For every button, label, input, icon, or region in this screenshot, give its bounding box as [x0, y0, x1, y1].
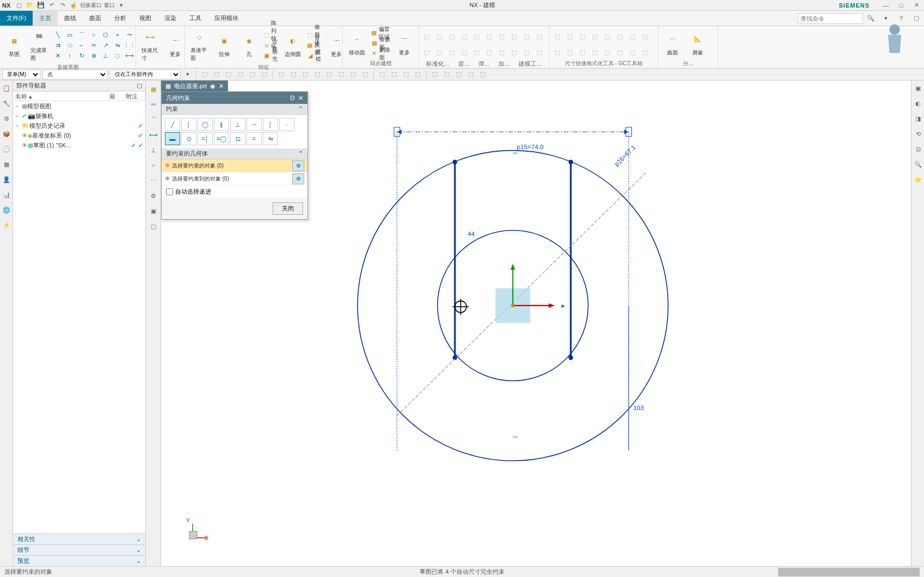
sel-icon-16[interactable]: ⬚ [389, 70, 399, 79]
gc-icon-11[interactable]: ⬚ [577, 48, 588, 57]
std-icon-13[interactable]: ⬚ [446, 48, 457, 57]
command-search-input[interactable] [798, 13, 863, 24]
tree-row[interactable]: −▦模型视图 [13, 101, 145, 111]
polygon-icon[interactable]: ⬡ [100, 30, 111, 39]
sel-icon-3[interactable]: ⬚ [224, 70, 233, 79]
intersect-icon[interactable]: ⊗ [88, 51, 99, 60]
circle-icon[interactable]: ○ [88, 30, 99, 39]
arc-icon[interactable]: ⌒ [76, 30, 87, 39]
dialog-section-geometry[interactable]: 要约束的几何体⌃ [162, 148, 307, 159]
std-icon-16[interactable]: ⬚ [484, 48, 495, 57]
gc-icon-1[interactable]: ⬚ [552, 32, 563, 41]
menu-view[interactable]: 视图 [133, 11, 158, 26]
ellipse-icon[interactable]: ⬭ [64, 41, 75, 49]
pattern-feature-icon[interactable]: ⬚ [262, 30, 270, 39]
sketch-more-tool-icon[interactable]: ⋯ [147, 174, 160, 187]
sel-icon-14[interactable]: ⬚ [360, 70, 370, 79]
sel-icon-7[interactable]: ⬚ [276, 70, 286, 79]
gc-icon-2[interactable]: ⬚ [564, 32, 575, 41]
sel-icon-13[interactable]: ⬚ [348, 70, 358, 79]
move-icon[interactable]: ↕ [64, 51, 75, 60]
minimize-button[interactable]: — [880, 1, 891, 10]
layers-icon[interactable]: ▦ [1, 159, 12, 170]
std-icon-6[interactable]: ⬚ [484, 32, 495, 41]
trim-icon[interactable]: ✂ [88, 41, 99, 49]
menu-app[interactable]: 应用模块 [208, 11, 245, 26]
std-icon-9[interactable]: ⬚ [521, 32, 532, 41]
sketch-button[interactable]: ▦ 草图 [2, 31, 26, 59]
datum-plane-button[interactable]: ◇基准平面 [187, 27, 211, 63]
rotate-icon[interactable]: ↻ [76, 51, 87, 60]
menu-tools[interactable]: 工具 [183, 11, 208, 26]
col-notes[interactable]: 附注 [124, 91, 145, 101]
constraint-vertical[interactable]: │ [263, 118, 278, 131]
project-icon[interactable]: ⊥ [100, 51, 111, 60]
constraint-nav-icon[interactable]: ⚙ [1, 113, 12, 124]
extend-icon[interactable]: ↗ [100, 41, 111, 49]
switch-window-label[interactable]: 切换窗口 [80, 1, 102, 10]
sel-icon-21[interactable]: ⬚ [454, 70, 464, 79]
gc-icon-3[interactable]: ⬚ [577, 32, 588, 41]
touch-icon[interactable]: ☝ [69, 1, 78, 10]
maximize-button[interactable]: □ [896, 1, 907, 10]
line-icon[interactable]: ╲ [52, 30, 63, 39]
gc-icon-12[interactable]: ⬚ [589, 48, 600, 57]
move-face-button[interactable]: ↔移动面 [345, 29, 369, 58]
filter-icon[interactable]: ▾ [183, 70, 193, 79]
gc-icon-4[interactable]: ⬚ [589, 32, 600, 41]
new-icon[interactable]: ▢ [15, 1, 23, 10]
point-icon[interactable]: + [112, 30, 123, 39]
constraint-equal[interactable]: = [247, 132, 262, 145]
sketch-orient-tool-icon[interactable]: ▣ [147, 204, 160, 218]
col-up[interactable]: 最 [107, 91, 124, 101]
sel-icon-6[interactable]: ⬚ [260, 70, 269, 79]
shell-icon[interactable]: ▣ [262, 51, 271, 60]
sel-icon-9[interactable]: ⬚ [300, 70, 310, 79]
part-nav-icon[interactable]: 📋 [1, 83, 12, 94]
gc-icon-9[interactable]: ⬚ [552, 48, 563, 57]
unite-icon[interactable]: ∪ [262, 41, 271, 49]
hole-button[interactable]: ◉孔 [237, 31, 261, 59]
std-icon-2[interactable]: ⬚ [434, 32, 445, 41]
sel-icon-22[interactable]: ⬚ [466, 70, 476, 79]
menu-surface[interactable]: 曲面 [83, 11, 108, 26]
menu-home[interactable]: 主页 [33, 11, 58, 26]
std-icon-11[interactable]: ⬚ [421, 48, 432, 57]
sel-icon-17[interactable]: ⬚ [401, 70, 411, 79]
assembly-nav-icon[interactable]: 🔧 [1, 98, 12, 109]
sel-icon-23[interactable]: ⬚ [478, 70, 488, 79]
browser-icon[interactable]: 🌐 [1, 204, 12, 215]
auto-select-checkbox[interactable] [166, 188, 173, 195]
gc-icon-7[interactable]: ⬚ [627, 32, 638, 41]
select-cursor-icon[interactable]: ⊕ [292, 160, 304, 171]
std-icon-1[interactable]: ⬚ [421, 32, 432, 41]
tree-row[interactable]: 👁▦草图 (1) "SK...✔✔ [13, 140, 145, 150]
pattern-icon2[interactable]: ⋮⋮ [124, 41, 135, 49]
history-icon[interactable]: 🕐 [1, 144, 12, 154]
scale-icon[interactable]: ✕ [52, 51, 63, 60]
gc-icon-5[interactable]: ⬚ [602, 32, 613, 41]
constraint-point-on[interactable]: │ [181, 118, 196, 131]
std-icon-3[interactable]: ⬚ [446, 32, 457, 41]
mirror-icon[interactable]: ⇋ [112, 41, 123, 49]
view-triad[interactable]: Y X [183, 517, 210, 544]
gc-icon-16[interactable]: ⬚ [639, 48, 650, 57]
sel-icon-18[interactable]: ⬚ [413, 70, 423, 79]
constraint-equal-radius[interactable]: =◯ [214, 132, 229, 145]
menu-file[interactable]: 文件(F) [0, 11, 33, 26]
constraint-symmetric[interactable]: ⇋ [263, 132, 278, 145]
constraint-midpoint[interactable]: · [279, 118, 294, 131]
gc-icon-15[interactable]: ⬚ [627, 48, 638, 57]
undo-icon[interactable]: ↶ [47, 1, 56, 10]
std-icon-8[interactable]: ⬚ [509, 32, 520, 41]
sel-icon-20[interactable]: ⬚ [442, 70, 452, 79]
dialog-help-icon[interactable]: ʘ [290, 95, 295, 102]
gc-icon-14[interactable]: ⬚ [614, 48, 625, 57]
std-icon-18[interactable]: ⬚ [509, 48, 520, 57]
roles-icon[interactable]: 👤 [1, 174, 12, 185]
sel-icon-11[interactable]: ⬚ [324, 70, 334, 79]
sketch-grid-icon[interactable]: ▦ [147, 83, 160, 96]
std-icon-15[interactable]: ⬚ [471, 48, 482, 57]
measure-button[interactable]: 📐测量 [686, 29, 710, 58]
orientation-icon[interactable]: ⟲ [913, 128, 923, 139]
